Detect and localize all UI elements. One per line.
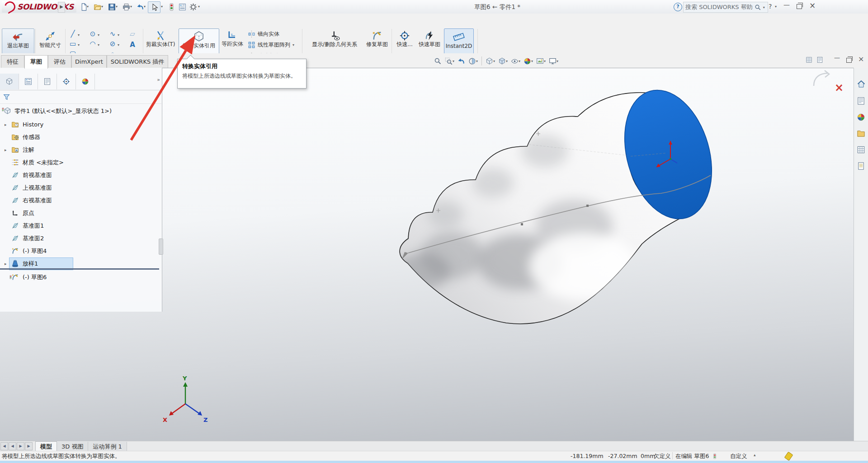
tree-filter-row[interactable] <box>0 90 161 104</box>
tab-dimxpert[interactable]: DimXpert <box>71 55 107 68</box>
search-icon[interactable] <box>755 4 761 11</box>
resources-icon[interactable] <box>857 97 865 105</box>
edit-appearance-button[interactable]: ▾ <box>523 57 534 65</box>
design-library-icon[interactable] <box>857 129 865 138</box>
doc-minimize-button[interactable]: — <box>834 54 840 63</box>
tree-item-plane1[interactable]: 基准面1 <box>0 220 161 232</box>
window-restore-button[interactable] <box>797 4 802 9</box>
tree-item-plane2[interactable]: 基准面2 <box>0 232 161 244</box>
prev-tab-button[interactable]: ◀ <box>9 442 16 450</box>
previous-view-button[interactable] <box>457 57 466 65</box>
filter-funnel-icon[interactable] <box>3 93 10 101</box>
hide-show-items-button[interactable]: ▾ <box>510 57 521 65</box>
quick-snaps-icon <box>399 30 410 41</box>
tab-addins[interactable]: SOLIDWORKS 插件 <box>107 55 168 68</box>
zoom-area-button[interactable]: ▾ <box>444 57 455 65</box>
tab-sketch[interactable]: 草图 <box>24 55 48 69</box>
text-tool[interactable]: A <box>127 40 137 50</box>
select-tool-button[interactable] <box>148 1 160 13</box>
tree-item-annotations[interactable]: ▸ 注解 <box>0 144 161 156</box>
home-icon[interactable] <box>857 80 866 89</box>
caret-icon[interactable]: ▾ <box>763 5 765 9</box>
displaymanager-tab[interactable] <box>76 74 95 89</box>
window-close-button[interactable]: × <box>809 2 816 9</box>
tree-item-part[interactable]: 零件1 (默认<<默认>_显示状态 1>) <box>0 105 161 117</box>
rectangle-tool[interactable]: ▭▾ <box>68 39 80 49</box>
tree-item-sketch4[interactable]: (-) 草图4 <box>0 245 161 257</box>
view-settings-button[interactable]: ▾ <box>548 57 559 65</box>
tree-item-sketch6[interactable]: (-) 草图6 <box>0 271 161 283</box>
linear-pattern-button[interactable]: 线性草图阵列 ▾ <box>248 40 294 50</box>
tag-icon[interactable] <box>784 452 793 461</box>
plane-icon <box>11 171 19 179</box>
caret-icon: ▾ <box>101 5 103 9</box>
custom-toolbar-selector[interactable]: 自定义 <box>730 453 747 460</box>
apply-scene-button[interactable]: ▾ <box>535 57 547 65</box>
tree-item-history[interactable]: ▸ History <box>0 118 161 131</box>
tab-motion-study[interactable]: 运动算例 1 <box>88 442 127 451</box>
panel-splitter-handle[interactable] <box>159 239 163 255</box>
cancel-sketch-icon[interactable]: × <box>835 81 844 94</box>
panel-expand-chevron[interactable]: » <box>157 77 159 83</box>
dimxpertmanager-tab[interactable] <box>57 74 76 89</box>
tree-item-top-plane[interactable]: 上视基准面 <box>0 182 161 194</box>
loft-body[interactable] <box>396 80 726 324</box>
dassault-logo-icon <box>3 0 18 14</box>
arc-tool[interactable]: ◠▾ <box>88 39 99 49</box>
expand-arrow-icon[interactable]: ▸ <box>5 122 7 127</box>
pane-split-button[interactable] <box>806 56 812 65</box>
doc-restore-button[interactable] <box>846 58 852 63</box>
ellipse-tool[interactable]: ⊘▾ <box>108 39 119 49</box>
confirmation-corner-icon[interactable] <box>814 70 829 86</box>
mirror-entities-button[interactable]: 镜向实体 <box>248 29 279 39</box>
appearances-icon[interactable] <box>857 113 865 122</box>
circle-tool[interactable]: ⊙▾ <box>88 29 99 39</box>
expand-arrow-icon[interactable]: ▸ <box>5 148 7 152</box>
tab-model[interactable]: 模型 <box>35 441 57 451</box>
tree-item-sensors[interactable]: 传感器 <box>0 131 161 143</box>
featuremanager-tab[interactable] <box>0 74 19 89</box>
tab-evaluate[interactable]: 评估 <box>48 55 71 68</box>
tree-item-origin[interactable]: 原点 <box>0 207 161 219</box>
propertymanager-tab[interactable] <box>19 74 38 89</box>
display-style-button[interactable]: ▾ <box>497 57 509 65</box>
tab-3d-views[interactable]: 3D 视图 <box>57 442 88 451</box>
feature-manager-panel: » 零件1 (默认<<默认>_显示状态 1>) ▸ History 传感器 ▸ … <box>0 68 162 312</box>
mirror-entities-label: 镜向实体 <box>258 30 279 38</box>
doc-close-button[interactable]: × <box>858 55 864 64</box>
expand-arrow-icon[interactable]: ▸ <box>5 262 7 266</box>
next-tab-button[interactable]: ▶ <box>17 442 24 450</box>
view-palette-icon[interactable] <box>857 145 865 154</box>
zoom-fit-button[interactable] <box>433 57 443 65</box>
status-message: 将模型上所选边线或草图实体转换为草图实体。 <box>2 453 121 460</box>
spline-tool[interactable]: ∿▾ <box>108 29 119 39</box>
offset-entities-button[interactable]: 等距实体 <box>222 30 243 47</box>
svg-text:Y: Y <box>182 375 187 382</box>
settings-gear-button[interactable] <box>187 1 199 12</box>
line-tool[interactable]: ╱▾ <box>68 29 80 39</box>
section-view-button[interactable]: ▾ <box>467 57 479 65</box>
search-input[interactable]: 搜索 SOLIDWORKS 帮助 ▾ <box>683 2 768 13</box>
menu-flyout-arrow[interactable]: ▶ <box>58 2 65 13</box>
configurationmanager-tab[interactable] <box>38 74 57 89</box>
tree-item-front-plane[interactable]: 前视基准面 <box>0 169 161 181</box>
help-circle-icon[interactable]: ? <box>674 3 682 11</box>
tree-item-loft1[interactable]: ▸ 放样1 <box>0 257 161 270</box>
visual-check-button[interactable] <box>165 1 177 12</box>
custom-properties-icon[interactable] <box>857 162 865 170</box>
tab-features[interactable]: 特征 <box>1 55 24 68</box>
first-tab-button[interactable]: ◀ <box>0 442 8 450</box>
caret-up-icon[interactable]: ▴ <box>754 453 756 457</box>
pane-single-button[interactable] <box>816 56 823 65</box>
offset-entities-icon <box>227 30 238 41</box>
options-list-button[interactable] <box>176 1 188 12</box>
caret-icon: ▾ <box>775 5 777 9</box>
tree-item-right-plane[interactable]: 右视基准面 <box>0 194 161 206</box>
caret-icon: ▾ <box>130 5 132 9</box>
tree-item-material[interactable]: 材质 <未指定> <box>0 156 161 168</box>
help-menu[interactable]: ? <box>769 3 772 10</box>
rollback-bar[interactable] <box>0 268 159 270</box>
last-tab-button[interactable]: ▶ <box>25 442 33 450</box>
view-orientation-button[interactable]: ▾ <box>485 57 496 65</box>
window-minimize-button[interactable]: — <box>783 1 790 8</box>
